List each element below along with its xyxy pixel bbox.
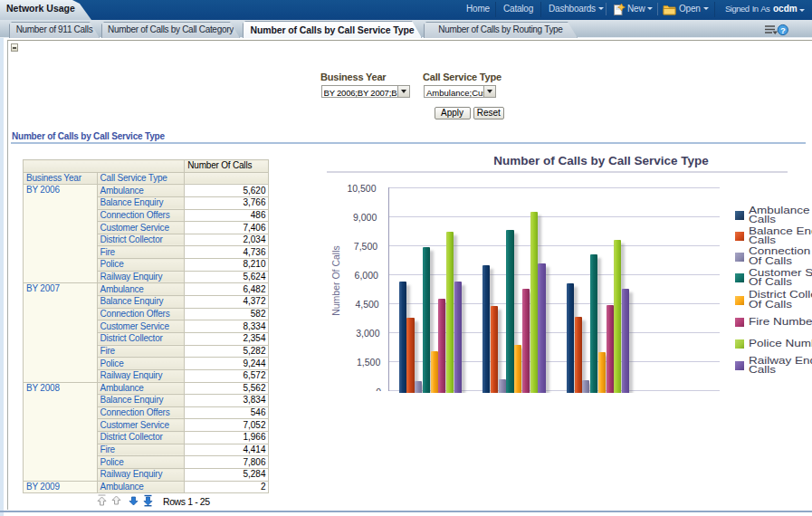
svg-text:?: ? bbox=[780, 25, 786, 35]
